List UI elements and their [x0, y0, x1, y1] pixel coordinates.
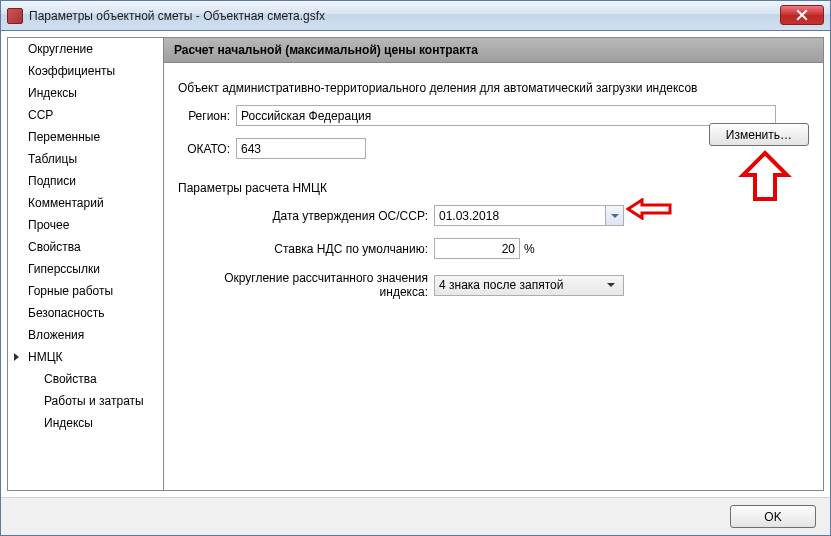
body-area: Округление Коэффициенты Индексы ССР Пере…: [1, 31, 830, 497]
sidebar-item-label: Гиперссылки: [28, 262, 100, 276]
chevron-down-icon: [611, 212, 619, 220]
date-dropdown-button[interactable]: [605, 206, 623, 225]
titlebar: Параметры объектной сметы - Объектная см…: [1, 1, 830, 31]
app-icon: [7, 8, 23, 24]
sidebar-item-indexes[interactable]: Индексы: [8, 82, 163, 104]
row-rounding: Округление рассчитанного значения индекс…: [178, 271, 809, 299]
row-date: Дата утверждения ОС/ССР:: [178, 205, 809, 226]
sidebar-subitem-works[interactable]: Работы и затраты: [8, 390, 163, 412]
sidebar-item-signatures[interactable]: Подписи: [8, 170, 163, 192]
region-label: Регион:: [178, 109, 236, 123]
rounding-select[interactable]: 4 знака после запятой: [434, 275, 624, 296]
row-vat: Ставка НДС по умолчанию: %: [178, 238, 809, 259]
date-picker[interactable]: [434, 205, 624, 226]
sidebar-item-mining[interactable]: Горные работы: [8, 280, 163, 302]
ok-button[interactable]: OK: [730, 505, 816, 528]
content-body: Объект административно-территориального …: [164, 63, 823, 490]
sidebar-item-ssr[interactable]: ССР: [8, 104, 163, 126]
date-label: Дата утверждения ОС/ССР:: [178, 209, 434, 223]
section-label-nmck: Параметры расчета НМЦК: [178, 181, 809, 195]
dialog-window: Параметры объектной сметы - Объектная см…: [0, 0, 831, 536]
change-button[interactable]: Изменить…: [709, 123, 809, 146]
content-header: Расчет начальной (максимальной) цены кон…: [164, 38, 823, 63]
sidebar-item-label: Свойства: [44, 372, 97, 386]
sidebar-item-label: Комментарий: [28, 196, 104, 210]
sidebar-subitem-properties[interactable]: Свойства: [8, 368, 163, 390]
sidebar: Округление Коэффициенты Индексы ССР Пере…: [7, 37, 164, 491]
region-input[interactable]: [236, 105, 776, 126]
chevron-down-icon: [607, 281, 615, 289]
sidebar-item-properties[interactable]: Свойства: [8, 236, 163, 258]
sidebar-item-variables[interactable]: Переменные: [8, 126, 163, 148]
sidebar-item-hyperlinks[interactable]: Гиперссылки: [8, 258, 163, 280]
vat-input[interactable]: [434, 238, 520, 259]
sidebar-item-label: НМЦК: [28, 350, 63, 364]
sidebar-item-label: Округление: [28, 42, 93, 56]
sidebar-item-label: Таблицы: [28, 152, 77, 166]
sidebar-item-label: Коэффициенты: [28, 64, 115, 78]
section-label-territory: Объект административно-территориального …: [178, 81, 809, 95]
sidebar-subitem-indexes[interactable]: Индексы: [8, 412, 163, 434]
sidebar-item-attachments[interactable]: Вложения: [8, 324, 163, 346]
sidebar-item-label: Подписи: [28, 174, 76, 188]
sidebar-item-label: Индексы: [28, 86, 77, 100]
sidebar-item-rounding[interactable]: Округление: [8, 38, 163, 60]
sidebar-item-label: Индексы: [44, 416, 93, 430]
okato-input[interactable]: [236, 138, 366, 159]
date-input[interactable]: [435, 206, 605, 225]
vat-percent-sign: %: [524, 242, 535, 256]
content-panel: Расчет начальной (максимальной) цены кон…: [164, 37, 824, 491]
sidebar-item-label: Переменные: [28, 130, 100, 144]
sidebar-item-label: Прочее: [28, 218, 69, 232]
sidebar-item-comment[interactable]: Комментарий: [8, 192, 163, 214]
rounding-select-value: 4 знака после запятой: [439, 278, 603, 292]
okato-label: ОКАТО:: [178, 142, 236, 156]
sidebar-item-label: Безопасность: [28, 306, 105, 320]
sidebar-item-label: Работы и затраты: [44, 394, 144, 408]
vat-label: Ставка НДС по умолчанию:: [178, 242, 434, 256]
sidebar-item-label: ССР: [28, 108, 53, 122]
sidebar-item-tables[interactable]: Таблицы: [8, 148, 163, 170]
sidebar-item-coefficients[interactable]: Коэффициенты: [8, 60, 163, 82]
close-icon: [796, 9, 808, 21]
sidebar-item-label: Свойства: [28, 240, 81, 254]
sidebar-item-label: Вложения: [28, 328, 84, 342]
sidebar-item-other[interactable]: Прочее: [8, 214, 163, 236]
sidebar-item-nmck[interactable]: НМЦК: [8, 346, 163, 368]
sidebar-item-label: Горные работы: [28, 284, 113, 298]
rounding-dropdown-button[interactable]: [603, 281, 619, 289]
window-title: Параметры объектной сметы - Объектная см…: [29, 9, 325, 23]
rounding-label: Округление рассчитанного значения индекс…: [178, 271, 434, 299]
sidebar-item-security[interactable]: Безопасность: [8, 302, 163, 324]
change-button-wrap: Изменить…: [709, 123, 809, 146]
close-button[interactable]: [780, 5, 824, 25]
footer: OK: [1, 497, 830, 535]
